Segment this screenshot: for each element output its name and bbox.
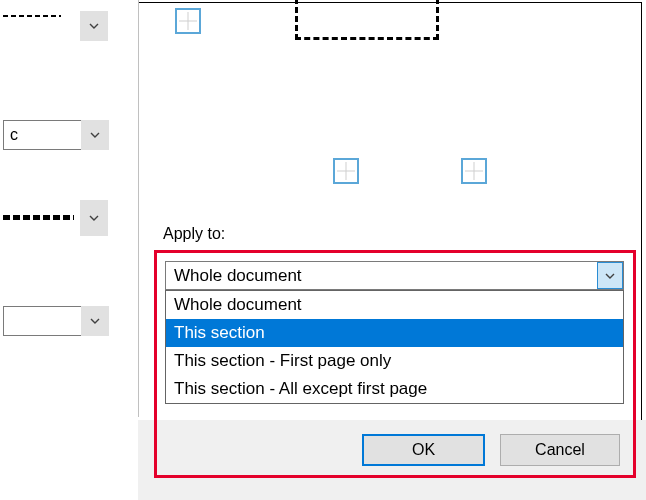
cancel-button[interactable]: Cancel <box>500 434 620 466</box>
art-combo[interactable] <box>3 306 109 336</box>
color-combo-field: c <box>3 120 81 150</box>
apply-to-dropdown[interactable]: Whole document This section This section… <box>165 290 624 404</box>
style-combo-1[interactable] <box>80 11 108 41</box>
color-value: c <box>10 126 18 144</box>
margin-toggle-bottom-right-icon[interactable] <box>461 158 487 184</box>
apply-to-label: Apply to: <box>163 225 225 243</box>
color-combo[interactable]: c <box>3 120 109 150</box>
apply-to-option[interactable]: Whole document <box>166 291 623 319</box>
apply-to-option[interactable]: This section <box>166 319 623 347</box>
art-combo-field <box>3 306 81 336</box>
width-swatch-thick <box>3 215 74 220</box>
ok-button[interactable]: OK <box>362 434 485 466</box>
margin-toggle-left-icon[interactable] <box>175 8 201 34</box>
style-swatch-dashed-thin <box>3 15 61 17</box>
page-border-preview <box>295 0 439 40</box>
ok-button-label: OK <box>412 441 435 459</box>
width-combo[interactable] <box>80 200 108 236</box>
panel-divider <box>138 0 139 417</box>
apply-to-combo[interactable]: Whole document <box>165 261 624 290</box>
apply-to-chevron[interactable] <box>597 262 623 289</box>
chevron-down-icon <box>80 200 108 236</box>
apply-to-option[interactable]: This section - All except first page <box>166 375 623 403</box>
apply-to-option[interactable]: This section - First page only <box>166 347 623 375</box>
chevron-down-icon <box>81 120 109 150</box>
chevron-down-icon <box>80 11 108 41</box>
cancel-button-label: Cancel <box>535 441 585 459</box>
chevron-down-icon <box>81 306 109 336</box>
left-panel-fragment <box>0 0 138 500</box>
apply-to-selected-text: Whole document <box>166 266 597 286</box>
margin-toggle-bottom-left-icon[interactable] <box>333 158 359 184</box>
chevron-down-icon <box>605 271 615 281</box>
